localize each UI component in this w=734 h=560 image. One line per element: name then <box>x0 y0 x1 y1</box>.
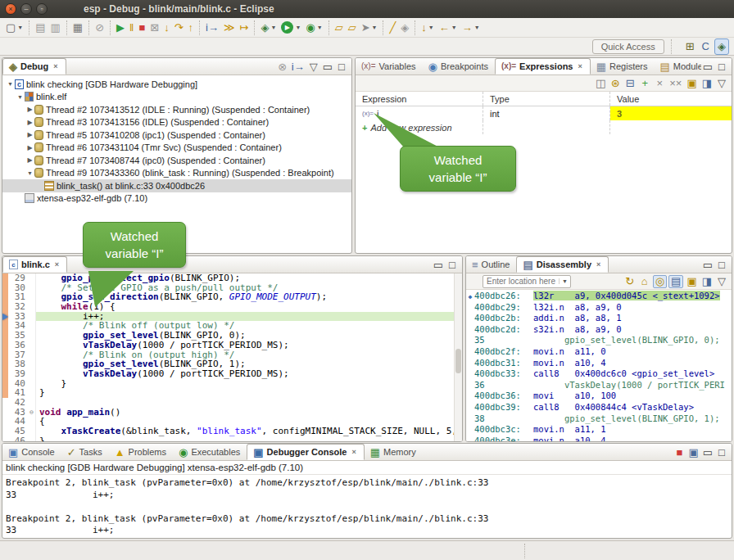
terminate-button[interactable]: ■ <box>136 20 147 36</box>
tab-blink.c[interactable]: cblink.c× <box>2 256 67 273</box>
column-header-expression[interactable]: Expression <box>356 92 483 106</box>
tree-expand-icon[interactable]: ▼ <box>25 170 34 176</box>
resume-button[interactable]: ▶ <box>114 20 127 36</box>
maximize-button[interactable]: □ <box>715 445 728 458</box>
column-header-type[interactable]: Type <box>483 92 610 106</box>
save-all-button[interactable]: ▥ <box>48 20 63 36</box>
terminate-button[interactable]: ■ <box>673 445 686 458</box>
tree-expand-icon[interactable]: ▶ <box>25 144 34 151</box>
display-selected-console-button[interactable]: ▣ <box>686 445 700 458</box>
editor-scrollbar[interactable] <box>454 273 462 441</box>
collapse-all-button[interactable]: ⊟ <box>623 77 637 90</box>
debugger-console-output[interactable]: Breakpoint 2, blink_task (pvParameter=0x… <box>2 475 732 537</box>
launch-button[interactable]: ➤▼ <box>359 20 380 36</box>
remove-expression-button[interactable]: × <box>653 77 666 90</box>
tab-memory[interactable]: ▦Memory <box>365 444 423 460</box>
debug-tree-item[interactable]: ▼Thread #9 1073433360 (blink_task : Runn… <box>2 167 351 180</box>
new-button[interactable]: ▢▼ <box>3 20 25 36</box>
minimize-button[interactable]: ▭ <box>432 258 445 271</box>
minimize-button[interactable]: ▭ <box>701 258 714 271</box>
debug-tree-item[interactable]: ▶Thread #6 1073431104 (Tmr Svc) (Suspend… <box>2 142 351 155</box>
minimize-button[interactable]: ▭ <box>701 445 714 458</box>
tree-expand-icon[interactable]: ▶ <box>25 119 34 126</box>
tab-disassembly[interactable]: ▤Disassembly× <box>516 256 609 273</box>
debug-perspective-button[interactable]: ◈ <box>714 38 729 55</box>
view-menu-button[interactable]: ▽ <box>715 275 728 288</box>
open-new-view-button[interactable]: ▣ <box>685 77 698 90</box>
step-into-button[interactable]: ↓ <box>161 20 172 36</box>
debug-button[interactable]: ◈▼ <box>258 20 279 36</box>
back-button[interactable]: ←▼ <box>437 20 460 36</box>
tab-close-icon[interactable]: × <box>595 260 602 269</box>
step-return-button[interactable]: ↑ <box>186 20 197 36</box>
tab-console[interactable]: ▣Console <box>2 444 61 460</box>
quick-access-button[interactable]: Quick Access <box>592 39 664 54</box>
tab-variables[interactable]: (x)=Variables <box>356 58 423 75</box>
disassembly-location-input[interactable] <box>483 277 559 286</box>
tab-debug[interactable]: ◈Debug× <box>2 58 66 75</box>
new-file-button[interactable]: ▦ <box>70 20 85 36</box>
open-debug-config-button[interactable]: ▱ <box>346 20 359 36</box>
show-type-names-button[interactable]: ◫ <box>594 77 607 90</box>
tab-outline[interactable]: ≡Outline <box>466 256 516 273</box>
format-button[interactable]: ╱ <box>387 20 398 36</box>
refresh-view-button[interactable]: ↻ <box>623 275 637 288</box>
maximize-button[interactable]: □ <box>715 258 728 271</box>
location-dropdown-button[interactable]: ▼ <box>559 278 570 284</box>
tab-modules[interactable]: ▤Modules <box>655 58 701 75</box>
pin-view-button[interactable]: ◨ <box>700 77 714 90</box>
add-expression-button[interactable]: + <box>638 77 651 90</box>
remove-all-expressions-button[interactable]: ×× <box>668 77 683 90</box>
disconnect-button[interactable]: ⊠ <box>147 20 161 36</box>
debug-tree-item[interactable]: ▶Thread #2 1073413512 (IDLE : Running) (… <box>2 103 351 116</box>
open-perspective-button[interactable]: ⊞ <box>683 38 697 55</box>
view-menu-button[interactable]: ▽ <box>715 77 728 90</box>
tab-executables[interactable]: ◉Executables <box>173 444 247 460</box>
remove-terminated-button[interactable]: ⊗ <box>276 60 289 73</box>
instruction-stepping-button[interactable]: i→ <box>290 60 306 73</box>
debug-tree-item[interactable]: ▼cblink checking [GDB Hardware Debugging… <box>2 78 351 91</box>
minimize-button[interactable]: ▭ <box>701 60 714 73</box>
sync-active-context-button[interactable]: ▤ <box>668 275 683 288</box>
cpp-perspective-button[interactable]: C <box>700 38 712 55</box>
window-minimize-button[interactable]: – <box>20 3 32 15</box>
maximize-button[interactable]: □ <box>335 60 348 73</box>
show-logical-structures-button[interactable]: ⊛ <box>609 77 622 90</box>
show-sources-button[interactable]: ≫ <box>221 20 238 36</box>
tab-registers[interactable]: ▦Registers <box>591 58 655 75</box>
tab-tasks[interactable]: ✓Tasks <box>61 444 109 460</box>
minimize-button[interactable]: ▭ <box>321 60 334 73</box>
tab-close-icon[interactable]: × <box>576 61 583 71</box>
step-over-button[interactable]: ↷ <box>172 20 186 36</box>
tab-close-icon[interactable]: × <box>350 447 357 457</box>
disassembly-listing[interactable]: ◆400dbc26:l32r a9, 0x400d045c <_stext+10… <box>466 291 732 441</box>
skip-breakpoints-button[interactable]: ⊘ <box>93 20 106 36</box>
run-button[interactable]: ▶▼ <box>279 20 303 36</box>
track-expression-button[interactable]: ◎ <box>653 275 667 288</box>
forward-button[interactable]: →▼ <box>460 20 483 36</box>
tab-close-icon[interactable]: × <box>53 260 61 269</box>
tree-expand-icon[interactable]: ▶ <box>25 131 34 138</box>
window-close-button[interactable]: × <box>5 3 16 15</box>
pin-view-button[interactable]: ◨ <box>700 275 714 288</box>
maximize-button[interactable]: □ <box>446 258 459 271</box>
debug-tree-item[interactable]: ▶Thread #5 1073410208 (ipc1) (Suspended … <box>2 129 351 142</box>
tab-breakpoints[interactable]: ◉Breakpoints <box>423 58 495 75</box>
tab-close-icon[interactable]: × <box>52 61 59 71</box>
suspend-button[interactable]: ‖ <box>127 20 136 36</box>
profile-button[interactable]: ◉▼ <box>303 20 324 36</box>
window-maximize-button[interactable]: ▫ <box>36 3 48 15</box>
open-new-view-button[interactable]: ▣ <box>685 275 698 288</box>
debug-tree-item[interactable]: blink_task() at blink.c:33 0x400dbc26 <box>2 179 351 192</box>
debug-tree-item[interactable]: ▶Thread #7 1073408744 (ipc0) (Suspended … <box>2 154 351 167</box>
tree-expand-icon[interactable]: ▼ <box>6 81 15 87</box>
open-run-config-button[interactable]: ▱ <box>333 20 346 36</box>
last-edit-location-button[interactable]: ↓▼ <box>419 20 436 36</box>
step-filters-button[interactable]: ↦ <box>238 20 251 36</box>
maximize-button[interactable]: □ <box>715 60 728 73</box>
tab-expressions[interactable]: (x)=Expressions× <box>495 58 591 75</box>
external-tool-button[interactable]: ◈ <box>398 20 411 36</box>
tree-expand-icon[interactable]: ▶ <box>25 156 34 164</box>
debug-tree-item[interactable]: ▶Thread #3 1073413156 (IDLE) (Suspended … <box>2 116 351 129</box>
view-menu-button[interactable]: ▽ <box>307 60 320 73</box>
